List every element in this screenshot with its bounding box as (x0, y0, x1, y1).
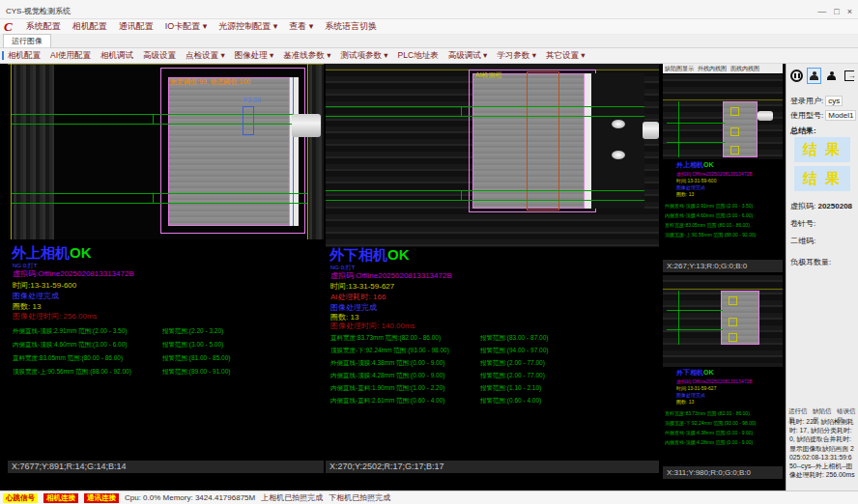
measurement-row: 内侧直线-顶膜:4.28mm 范围:(0.00 - 9.00) (665, 440, 753, 446)
logout-button[interactable]: → (842, 68, 856, 84)
switch-user-button[interactable] (824, 68, 839, 84)
alarm-range: 报警范围:(3.00 - 5.00) (162, 341, 223, 348)
capture-time: 时间:13-31-59-627 (676, 386, 716, 392)
measure-line (326, 200, 644, 201)
pixel-readout: X:267;Y:13;R:0;G:0;B:0 (663, 260, 783, 272)
measurement-row: 外侧直线-顶膜:4.38mm 范围:(0.00 - 9.00) (665, 431, 753, 436)
main-area: 固定阈值:93, 动态阈值:100 F2.88 外上相机OK NG:0;打T 虚… (0, 64, 858, 490)
left-camera-panel: 固定阈值:93, 动态阈值:100 F2.88 外上相机OK NG:0;打T 虚… (8, 64, 324, 473)
left-camera-image[interactable]: 固定阈值:93, 动态阈值:100 F2.88 (8, 64, 324, 239)
virtual-code-row: 虚拟码: 20250208 (790, 201, 852, 211)
measure-line (667, 123, 725, 124)
measure-line (326, 106, 644, 107)
marker-label: F2.88 (243, 97, 261, 104)
highlight-blob (612, 120, 625, 128)
toolbar-learning-params[interactable]: 学习参数 ▾ (497, 50, 536, 62)
pixel-readout: X:270;Y:2502;R:17;G:17;B:17 (326, 461, 659, 473)
toolbar-advanced-settings[interactable]: 高级设置 (143, 50, 176, 62)
toolbar-advanced-debug[interactable]: 高级调试 ▾ (448, 50, 488, 62)
measure-tick (678, 101, 679, 157)
defect-box (730, 146, 739, 154)
toolbar-baseline-params[interactable]: 基准线参数 ▾ (283, 50, 330, 62)
measure-line (12, 124, 307, 125)
close-icon[interactable]: × (847, 7, 852, 16)
measurement-row: 直料宽度:83.05mm 范围:(80.00 - 86.00) (13, 354, 123, 361)
measure-line (326, 190, 644, 191)
highlight-blob (612, 151, 625, 159)
turns-count: 圈数: 13 (13, 303, 41, 312)
ai-process-time: AI处理耗时: 166 (330, 294, 386, 302)
defect-box (730, 107, 739, 116)
alarm-range: 报警范围:(2.20 - 3.20) (162, 327, 223, 334)
menu-item-comm-config[interactable]: 通讯配置 (119, 20, 154, 33)
edge-line-left (11, 64, 12, 239)
turns-count: 圈数: 13 (676, 400, 694, 406)
alarm-range: 报警范围:(89.00 - 91.00) (162, 368, 230, 375)
login-user-value[interactable]: cys (825, 96, 843, 106)
toolbar-camera-config[interactable]: 相机配置 (8, 50, 41, 62)
measure-line (667, 329, 723, 330)
machine-background (309, 64, 324, 239)
toolbar-ai-config[interactable]: AI使用配置 (50, 50, 91, 62)
menu-item-view[interactable]: 查看 ▾ (289, 20, 313, 33)
alarm-range: 报警范围:(1.10 - 2.10) (480, 384, 541, 391)
comm-link-badge: 通讯连接 (84, 493, 119, 503)
pin-number-label: 卷针号: (790, 218, 815, 229)
qr-code-label: 二维码: (790, 236, 815, 246)
toolbar-other-settings[interactable]: 其它设置 ▾ (546, 50, 586, 62)
measurement-row: 顶膜宽度-上:90.56mm 范围:(88.00 - 92.00) (665, 233, 756, 238)
process-time: 图像处理时间: 256.00ms (13, 313, 98, 322)
tab-outer-residual[interactable]: 外残内残图 (698, 65, 727, 73)
toolbar-image-processing[interactable]: 图像处理 ▾ (235, 50, 274, 62)
virtual-barcode: 虚拟码:Offline2025020813313472B (676, 172, 753, 178)
menu-item-system-config[interactable]: 系统配置 (26, 20, 61, 33)
login-user-button[interactable] (807, 68, 821, 84)
result-box-1: 结 果 (794, 137, 850, 162)
detect-box (243, 106, 254, 135)
tab-connector (292, 114, 321, 137)
tab-connector (758, 111, 773, 121)
toolbar-test-params[interactable]: 测试项参数 ▾ (340, 50, 387, 62)
menu-item-light-config[interactable]: 光源控制配置 ▾ (218, 20, 277, 33)
alarm-range: 报警范围:(2.00 - 77.00) (480, 372, 545, 378)
model-value[interactable]: Model1 (825, 110, 856, 121)
sidebar-buttons: → (789, 68, 856, 84)
virtual-barcode: 虚拟码:Offline2025020813313472B (330, 272, 452, 281)
menu-item-camera-config[interactable]: 相机配置 (72, 20, 107, 33)
measure-line (12, 203, 307, 204)
tab-run-image[interactable]: 运行图像 (3, 34, 51, 47)
machine-background (14, 64, 54, 239)
tab-defect-image[interactable]: 缺陷图显示 (665, 65, 694, 73)
pixel-readout: X:7677;Y:891;R:14;G:14;B:14 (8, 461, 324, 473)
measurement-row: 外侧直线-顶膜:2.91mm 范围:(2.00 - 3.50) (13, 327, 127, 334)
alarm-range: 报警范围:(2.00 - 77.00) (480, 359, 545, 366)
login-user-label: 登录用户: (790, 97, 823, 105)
minimize-icon[interactable]: — (817, 7, 826, 16)
tab-face-residual[interactable]: 面残内残图 (730, 65, 759, 73)
menu-item-io-config[interactable]: IO卡配置 ▾ (165, 20, 208, 33)
menu-item-language[interactable]: 系统语言切换 (325, 20, 377, 33)
thumb2-image[interactable] (663, 275, 783, 367)
measure-line (667, 310, 723, 311)
measure-tick (678, 291, 679, 345)
toolbar-camera-debug[interactable]: 相机调试 (100, 50, 133, 62)
app-logo-icon: C (4, 19, 13, 35)
middle-camera-image[interactable]: AI检测框 (326, 64, 659, 247)
thumb-tab-strip: 缺陷图显示 外残内残图 面残内残图 (663, 64, 783, 73)
measurement-row: 内侧直线-顶膜:4.60mm 范围:(3.00 - 6.00) (665, 213, 753, 219)
pixel-readout: X:311;Y:980;R:0;G:0;B:0 (663, 466, 783, 479)
toolbar-spotcheck-settings[interactable]: 点检设置 ▾ (186, 50, 225, 62)
calibration-line (663, 99, 783, 100)
thumb1-image[interactable] (663, 74, 783, 159)
maximize-icon[interactable]: □ (834, 7, 839, 16)
pause-button[interactable] (789, 68, 804, 84)
alarm-range: 报警范围:(83.00 - 87.00) (480, 334, 548, 341)
model-row: 使用型号:Model1 (790, 110, 856, 121)
toolbar-plc-address[interactable]: PLC地址表 (398, 50, 439, 62)
measurement-row: 顶膜宽度-下:92.24mm 范围:(93.00 - 98.00) (330, 347, 449, 353)
measurement-row: 直料宽度:83.05mm 范围:(80.00 - 86.00) (665, 223, 750, 229)
upper-camera-status: 上相机已拍照完成 (261, 492, 323, 503)
lower-camera-status: 下相机已拍照完成 (329, 492, 390, 503)
turns-count: 圈数: 13 (676, 192, 694, 198)
capture-time: 时间:13-31-59-627 (330, 283, 394, 292)
